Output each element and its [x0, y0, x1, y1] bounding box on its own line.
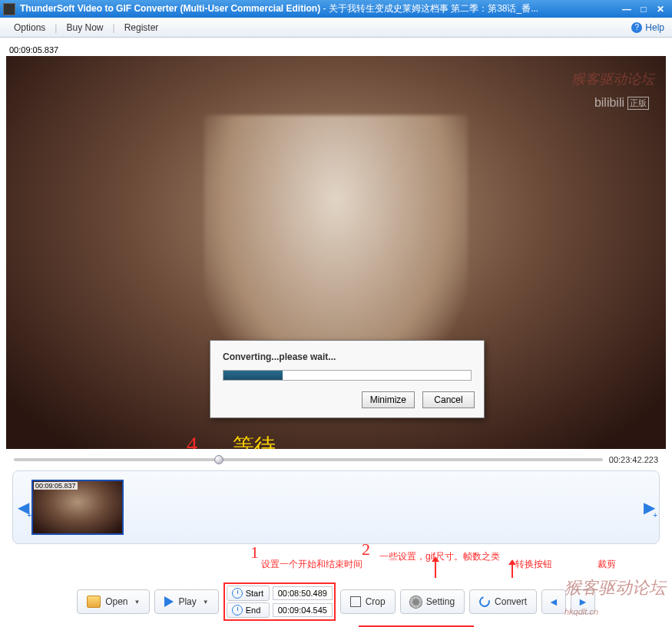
- video-preview[interactable]: 猴客驱动论坛 bilibili 正版 Converting...please w…: [6, 56, 666, 449]
- total-duration-label: 00:23:42.223: [609, 455, 658, 464]
- converting-dialog: Converting...please wait... Minimize Can…: [210, 340, 485, 418]
- play-icon: [164, 596, 174, 607]
- setting-button[interactable]: Setting: [400, 589, 465, 614]
- convert-icon: [478, 594, 492, 609]
- clip-thumbnail-timecode: 00:09:05.837: [34, 482, 78, 490]
- seek-track[interactable]: [14, 458, 603, 461]
- crop-button[interactable]: Crop: [340, 589, 396, 614]
- annotation-step-1-label: 设置一个开始和结束时间: [261, 558, 362, 571]
- clock-icon: [232, 605, 243, 615]
- chevron-right-icon: ►: [578, 596, 588, 608]
- overlay-watermark: 猴客驱动论坛: [571, 70, 654, 88]
- start-time-button[interactable]: Start: [227, 586, 270, 601]
- clock-icon: [232, 588, 243, 599]
- annotation-setting-arrow: [435, 561, 436, 578]
- menu-register[interactable]: Register: [118, 19, 165, 36]
- thumbnail-strip: ◀+ 00:09:05.837 ▶+: [12, 470, 660, 544]
- thumb-next-button[interactable]: ▶+: [642, 497, 656, 518]
- convert-button[interactable]: Convert: [469, 589, 537, 614]
- annotation-step-2-label: 一些设置，gif尺寸。帧数之类: [379, 550, 500, 563]
- dialog-cancel-button[interactable]: Cancel: [422, 391, 475, 408]
- thumb-prev-button[interactable]: ◀+: [16, 497, 30, 518]
- annotation-crop-label: 裁剪: [598, 558, 616, 571]
- bilibili-watermark: bilibili 正版: [594, 96, 649, 110]
- start-time-value[interactable]: 00:08:50.489: [273, 586, 333, 600]
- dialog-minimize-button[interactable]: Minimize: [362, 391, 415, 408]
- menubar: Options | Buy Now | Register ? Help: [0, 18, 672, 38]
- main-panel: 00:09:05.837 猴客驱动论坛 bilibili 正版 Converti…: [0, 38, 672, 627]
- minimize-window-button[interactable]: —: [621, 4, 632, 15]
- gear-icon: [410, 596, 422, 608]
- annotation-row: 1 设置一个开始和结束时间 2 一些设置，gif尺寸。帧数之类 转换按钮 裁剪: [6, 547, 666, 579]
- progress-bar: [223, 370, 472, 381]
- next-button[interactable]: ►: [571, 589, 595, 614]
- menu-buy-now[interactable]: Buy Now: [60, 19, 109, 36]
- annotation-convert-label: 转换按钮: [515, 558, 552, 571]
- play-button[interactable]: Play ▼: [154, 589, 218, 614]
- menu-help[interactable]: ? Help: [631, 22, 664, 33]
- chevron-left-icon: ◄: [548, 596, 559, 608]
- clip-thumbnail[interactable]: 00:09:05.837: [31, 480, 124, 535]
- annotation-step-1: 1: [250, 543, 259, 563]
- seek-thumb[interactable]: [214, 455, 223, 464]
- open-button[interactable]: Open ▼: [77, 589, 150, 614]
- folder-icon: [87, 596, 101, 608]
- help-icon: ?: [631, 22, 642, 33]
- prev-button[interactable]: ◄: [541, 589, 566, 614]
- end-time-value[interactable]: 00:09:04.545: [273, 603, 333, 617]
- annotation-step-2: 2: [362, 540, 370, 559]
- bottom-toolbar: Open ▼ Play ▼ Start 00:08:50.489 End 00: [6, 579, 666, 627]
- annotation-wait-label: 等待: [233, 432, 276, 449]
- annotation-convert-arrow: [511, 564, 513, 578]
- close-window-button[interactable]: ✕: [655, 4, 666, 15]
- titlebar: ThunderSoft Video to GIF Converter (Mult…: [0, 0, 672, 18]
- current-timecode-label: 00:09:05.837: [6, 44, 666, 56]
- app-icon: [3, 3, 15, 15]
- time-range-group: Start 00:08:50.489 End 00:09:04.545: [223, 582, 336, 621]
- crop-icon: [350, 596, 361, 607]
- maximize-window-button[interactable]: □: [638, 4, 649, 15]
- seek-bar-row: 00:23:42.223: [6, 449, 666, 467]
- dialog-message: Converting...please wait...: [223, 351, 472, 362]
- menu-options[interactable]: Options: [8, 19, 51, 36]
- end-time-button[interactable]: End: [227, 602, 270, 618]
- window-title: ThunderSoft Video to GIF Converter (Mult…: [20, 2, 621, 15]
